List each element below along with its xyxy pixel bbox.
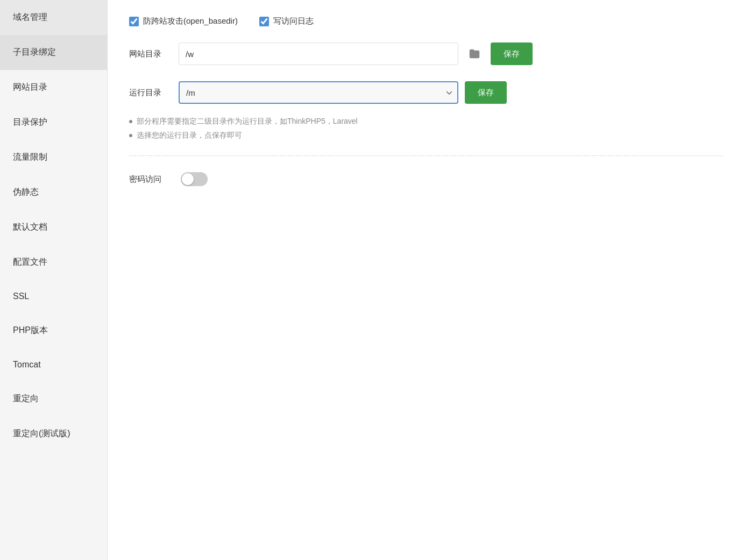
hint-text-2: 选择您的运行目录，点保存即可 bbox=[137, 131, 242, 140]
sidebar-item-label: 重定向 bbox=[13, 393, 39, 405]
hint-item-1: 部分程序需要指定二级目录作为运行目录，如ThinkPHP5，Laravel bbox=[129, 117, 722, 126]
folder-icon[interactable] bbox=[465, 44, 484, 63]
sidebar-item-label: 目录保护 bbox=[13, 117, 47, 128]
run-dir-label: 运行目录 bbox=[129, 88, 172, 98]
hints-section: 部分程序需要指定二级目录作为运行目录，如ThinkPHP5，Laravel 选择… bbox=[129, 117, 722, 156]
sidebar-item-label: 重定向(测试版) bbox=[13, 428, 70, 440]
run-dir-select[interactable]: /m / bbox=[179, 81, 458, 104]
checkbox-row: 防跨站攻击(open_basedir) 写访问日志 bbox=[129, 16, 722, 26]
hint-bullet-2 bbox=[129, 134, 132, 137]
run-dir-section: 运行目录 /m / 保存 部分程序需要指定二级目录作为运行目录，如ThinkPH… bbox=[129, 81, 722, 156]
password-access-toggle[interactable] bbox=[181, 172, 208, 186]
sidebar-item-label: 配置文件 bbox=[13, 257, 47, 268]
sidebar-item-directory-protection[interactable]: 目录保护 bbox=[0, 105, 107, 140]
sidebar-item-traffic-limit[interactable]: 流量限制 bbox=[0, 140, 107, 175]
hint-item-2: 选择您的运行目录，点保存即可 bbox=[129, 131, 722, 140]
sidebar-item-pseudo-static[interactable]: 伪静态 bbox=[0, 175, 107, 210]
sidebar-item-label: 域名管理 bbox=[13, 12, 47, 23]
sidebar-item-subdirectory-binding[interactable]: 子目录绑定 bbox=[0, 35, 107, 70]
sidebar-item-config-file[interactable]: 配置文件 bbox=[0, 245, 107, 280]
website-dir-row: 网站目录 保存 bbox=[129, 42, 722, 65]
access-log-checkbox-label[interactable]: 写访问日志 bbox=[259, 16, 314, 26]
main-content: 防跨站攻击(open_basedir) 写访问日志 网站目录 保存 运行目录 /… bbox=[108, 0, 744, 560]
sidebar-item-php-version[interactable]: PHP版本 bbox=[0, 313, 107, 348]
security-section: 防跨站攻击(open_basedir) 写访问日志 bbox=[129, 16, 722, 26]
sidebar-item-redirect-beta[interactable]: 重定向(测试版) bbox=[0, 416, 107, 451]
sidebar: 域名管理 子目录绑定 网站目录 目录保护 流量限制 伪静态 默认文档 配置文件 … bbox=[0, 0, 108, 560]
hint-text-1: 部分程序需要指定二级目录作为运行目录，如ThinkPHP5，Laravel bbox=[137, 117, 358, 126]
sidebar-item-label: PHP版本 bbox=[13, 325, 48, 336]
access-log-label: 写访问日志 bbox=[273, 16, 314, 26]
sidebar-item-label: SSL bbox=[13, 292, 29, 301]
sidebar-item-label: 子目录绑定 bbox=[13, 47, 56, 58]
anti-csrf-checkbox[interactable] bbox=[129, 17, 139, 26]
sidebar-item-label: Tomcat bbox=[13, 360, 41, 370]
access-log-checkbox[interactable] bbox=[259, 17, 269, 26]
sidebar-item-label: 流量限制 bbox=[13, 152, 47, 163]
anti-csrf-checkbox-label[interactable]: 防跨站攻击(open_basedir) bbox=[129, 16, 238, 26]
sidebar-item-website-directory[interactable]: 网站目录 bbox=[0, 70, 107, 105]
sidebar-item-default-document[interactable]: 默认文档 bbox=[0, 210, 107, 245]
sidebar-item-label: 默认文档 bbox=[13, 222, 47, 233]
website-dir-input[interactable] bbox=[179, 42, 458, 65]
sidebar-item-domain-management[interactable]: 域名管理 bbox=[0, 0, 107, 35]
sidebar-item-ssl[interactable]: SSL bbox=[0, 280, 107, 313]
sidebar-item-label: 伪静态 bbox=[13, 187, 39, 198]
anti-csrf-label: 防跨站攻击(open_basedir) bbox=[143, 16, 238, 26]
website-dir-save-button[interactable]: 保存 bbox=[491, 42, 533, 65]
sidebar-item-redirect[interactable]: 重定向 bbox=[0, 381, 107, 416]
run-dir-save-button[interactable]: 保存 bbox=[465, 81, 507, 104]
sidebar-item-label: 网站目录 bbox=[13, 82, 47, 93]
sidebar-item-tomcat[interactable]: Tomcat bbox=[0, 348, 107, 381]
password-access-section: 密码访问 bbox=[129, 172, 722, 186]
password-row: 密码访问 bbox=[129, 172, 722, 186]
hint-bullet-1 bbox=[129, 120, 132, 123]
run-dir-row: 运行目录 /m / 保存 bbox=[129, 81, 722, 104]
website-dir-label: 网站目录 bbox=[129, 49, 172, 59]
password-access-label: 密码访问 bbox=[129, 174, 172, 185]
website-dir-section: 网站目录 保存 bbox=[129, 42, 722, 65]
